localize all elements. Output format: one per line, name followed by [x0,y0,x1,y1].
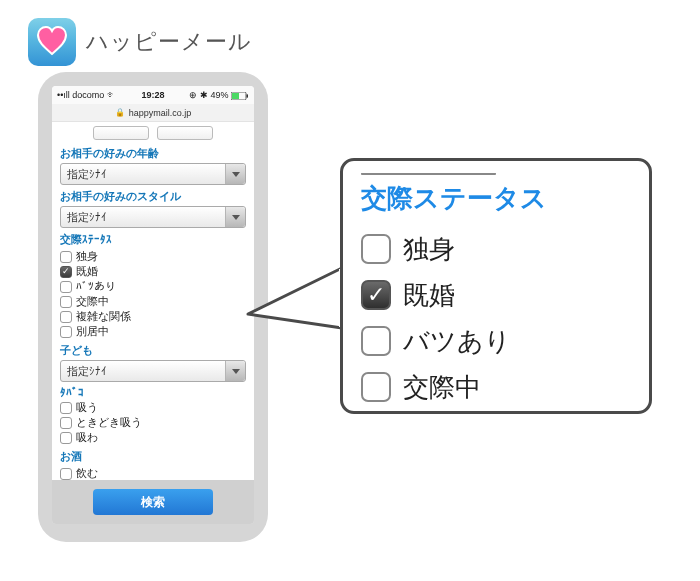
wifi-icon: ᯤ [107,90,116,100]
section-title-children: 子ども [60,343,246,358]
section-title-tobacco: ﾀﾊﾞｺ [60,386,246,398]
checkbox-label: ﾊﾞﾂあり [76,279,116,294]
app-header: ハッピーメール [28,18,252,66]
svg-marker-3 [248,268,342,328]
battery-icon [231,92,249,100]
top-tab-row [60,126,246,140]
checkbox-label: 交際中 [76,294,109,309]
top-tab-1[interactable] [93,126,149,140]
checkbox-row[interactable]: 交際中 [361,364,631,410]
checkbox-label: 既婚 [76,264,98,279]
checkbox-row[interactable]: 吸う [60,400,246,415]
status-right: ⊕ ✱ 49% [189,90,249,100]
carrier-label: docomo [72,90,104,100]
checkbox-label: 吸う [76,400,98,415]
checkbox-label: バツあり [403,318,511,364]
children-select[interactable]: 指定ｼﾅｲ [60,360,246,382]
checkbox-row[interactable]: 既婚 [361,272,631,318]
svg-rect-2 [247,94,249,97]
checkbox-row[interactable]: バツあり [361,318,631,364]
status-checkbox-list: 独身既婚ﾊﾞﾂあり交際中複雑な関係別居中 [60,249,246,339]
checkbox-icon[interactable] [60,402,72,414]
url-bar[interactable]: 🔒 happymail.co.jp [52,104,254,122]
status-bar: ••ıll docomo ᯤ 19:28 ⊕ ✱ 49% [52,86,254,104]
bottom-bar: 検索 [52,480,254,524]
top-tab-2[interactable] [157,126,213,140]
callout-checkbox-list: 独身既婚バツあり交際中 [361,226,631,410]
callout-title: 交際ステータス [361,181,631,216]
style-select-value: 指定ｼﾅｲ [67,210,107,225]
status-left: ••ıll docomo ᯤ [57,90,116,100]
section-title-style: お相手の好みのスタイル [60,189,246,204]
checkbox-label: 独身 [76,249,98,264]
checkbox-icon[interactable] [60,432,72,444]
checkbox-label: 既婚 [403,272,455,318]
callout-top-edge [361,173,496,177]
checkbox-row[interactable]: 飲む [60,466,246,481]
checkbox-row[interactable]: 複雑な関係 [60,309,246,324]
checkbox-icon[interactable] [60,296,72,308]
checkbox-icon[interactable] [361,234,391,264]
phone-screen: ••ıll docomo ᯤ 19:28 ⊕ ✱ 49% 🔒 happymail… [52,86,254,524]
search-button[interactable]: 検索 [93,489,213,515]
checkbox-row[interactable]: 独身 [60,249,246,264]
checkbox-icon[interactable] [60,311,72,323]
checkbox-icon[interactable] [60,326,72,338]
checkbox-row[interactable]: 吸わ [60,430,246,445]
checkbox-label: 独身 [403,226,455,272]
checkbox-icon[interactable] [361,372,391,402]
checkbox-icon[interactable] [60,251,72,263]
section-title-status: 交際ｽﾃｰﾀｽ [60,232,246,247]
callout-bubble: 交際ステータス 独身既婚バツあり交際中 [340,158,652,414]
children-select-value: 指定ｼﾅｲ [67,364,107,379]
checkbox-label: 飲む [76,466,98,481]
checkbox-row[interactable]: 既婚 [60,264,246,279]
checkbox-label: 複雑な関係 [76,309,131,324]
age-select-value: 指定ｼﾅｲ [67,167,107,182]
page-content: お相手の好みの年齢 指定ｼﾅｲ お相手の好みのスタイル 指定ｼﾅｲ 交際ｽﾃｰﾀ… [52,122,254,481]
section-title-alcohol: お酒 [60,449,246,464]
checkbox-label: 交際中 [403,364,481,410]
tobacco-checkbox-list: 吸うときどき吸う吸わ [60,400,246,445]
checkbox-row[interactable]: 交際中 [60,294,246,309]
svg-rect-1 [232,93,239,99]
chevron-down-icon [225,207,245,227]
checkbox-label: 吸わ [76,430,98,445]
checkbox-icon[interactable] [361,280,391,310]
url-host: happymail.co.jp [129,108,192,118]
checkbox-icon[interactable] [60,266,72,278]
alcohol-checkbox-list: 飲む [60,466,246,481]
status-right-icons: ⊕ ✱ 49% [189,90,228,100]
age-select[interactable]: 指定ｼﾅｲ [60,163,246,185]
lock-icon: 🔒 [115,108,125,117]
checkbox-row[interactable]: 別居中 [60,324,246,339]
checkbox-row[interactable]: 独身 [361,226,631,272]
checkbox-row[interactable]: ﾊﾞﾂあり [60,279,246,294]
checkbox-row[interactable]: ときどき吸う [60,415,246,430]
checkbox-icon[interactable] [361,326,391,356]
checkbox-label: ときどき吸う [76,415,142,430]
callout-pointer [242,258,352,368]
app-name: ハッピーメール [86,27,252,57]
checkbox-icon[interactable] [60,417,72,429]
app-icon [28,18,76,66]
chevron-down-icon [225,164,245,184]
checkbox-icon[interactable] [60,468,72,480]
phone-frame: ••ıll docomo ᯤ 19:28 ⊕ ✱ 49% 🔒 happymail… [38,72,268,542]
signal-icon: ••ıll [57,90,70,100]
checkbox-icon[interactable] [60,281,72,293]
style-select[interactable]: 指定ｼﾅｲ [60,206,246,228]
checkbox-label: 別居中 [76,324,109,339]
section-title-age: お相手の好みの年齢 [60,146,246,161]
